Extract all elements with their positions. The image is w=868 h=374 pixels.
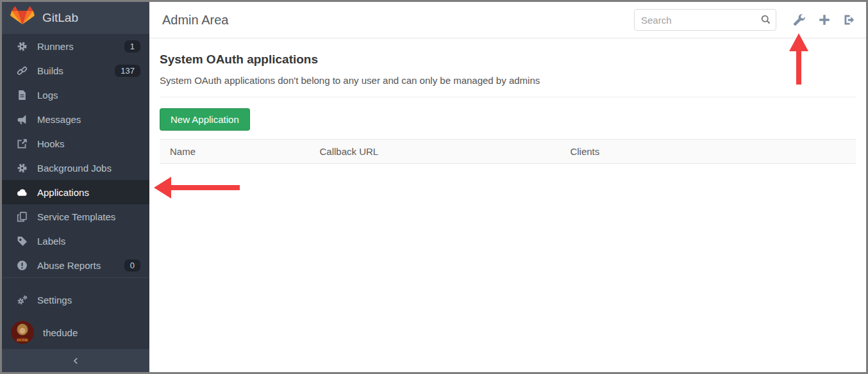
new-application-button[interactable]: New Application (160, 108, 250, 131)
sidebar-item-settings[interactable]: Settings (2, 288, 149, 312)
sidebar-item-background-jobs[interactable]: Background Jobs (2, 156, 149, 180)
sidebar-item-label: Background Jobs (37, 163, 112, 174)
section-description: System OAuth applications don't belong t… (160, 75, 856, 86)
divider (160, 97, 856, 97)
page-title: Admin Area (162, 13, 228, 28)
table-column-header: Callback URL (309, 140, 560, 164)
main-area: Admin Area System OAuth applications Sys… (149, 2, 866, 372)
sidebar-item-badge: 0 (124, 259, 140, 272)
cog-icon (16, 163, 28, 174)
user-menu[interactable]: DUDE thedude (2, 316, 149, 349)
new-item-button[interactable] (818, 13, 831, 26)
sidebar-item-logs[interactable]: Logs (2, 83, 149, 107)
link-icon (16, 65, 28, 76)
sidebar-footer: Settings DUDE thedude (2, 277, 149, 349)
sidebar-item-label: Applications (37, 187, 89, 198)
sidebar-item-hooks[interactable]: Hooks (2, 131, 149, 156)
sidebar-item-runners[interactable]: Runners 1 (2, 34, 149, 58)
header-icons (793, 13, 856, 26)
tag-icon (16, 236, 28, 247)
gitlab-admin-window: { "colors": { "sidebar_bg": "#2e3541", "… (0, 0, 868, 374)
user-name: thedude (43, 327, 78, 338)
cog-icon (16, 41, 28, 52)
sidebar-item-label: Runners (37, 41, 74, 52)
oauth-applications-table: Name Callback URL Clients (160, 139, 856, 164)
content: System OAuth applications System OAuth a… (149, 38, 866, 164)
sidebar-item-service-templates[interactable]: Service Templates (2, 204, 149, 229)
sidebar-item-label: Labels (37, 236, 65, 247)
external-link-icon (16, 138, 28, 149)
search-input[interactable] (634, 9, 776, 31)
sidebar-nav: Runners 1 Builds 137 Logs Messages Hooks… (2, 34, 149, 277)
bullhorn-icon (16, 114, 28, 125)
avatar: DUDE (11, 321, 34, 344)
sidebar-item-builds[interactable]: Builds 137 (2, 58, 149, 83)
sidebar-item-badge: 137 (115, 65, 140, 77)
sign-out-button[interactable] (843, 13, 856, 26)
plus-icon (818, 13, 831, 26)
sign-out-icon (843, 13, 856, 26)
sidebar-item-label: Service Templates (37, 211, 115, 222)
main-header: Admin Area (149, 2, 866, 38)
sidebar-item-label: Settings (37, 295, 72, 305)
sidebar: GitLab Runners 1 Builds 137 Logs Message… (2, 2, 149, 372)
logo-title: GitLab (42, 11, 78, 25)
sidebar-item-label: Messages (37, 114, 81, 125)
sidebar-item-messages[interactable]: Messages (2, 107, 149, 131)
sidebar-collapse-button[interactable] (2, 349, 149, 372)
wrench-icon (793, 13, 806, 26)
table-column-header: Name (160, 140, 309, 164)
sidebar-item-applications[interactable]: Applications (2, 180, 149, 204)
sidebar-item-abuse-reports[interactable]: Abuse Reports 0 (2, 253, 149, 277)
sidebar-item-label: Builds (37, 65, 63, 76)
search-box (634, 9, 776, 31)
sidebar-item-label: Logs (37, 90, 58, 101)
copy-icon (16, 211, 28, 222)
file-icon (16, 90, 28, 101)
table-column-header: Clients (560, 140, 856, 164)
admin-wrench-button[interactable] (793, 13, 806, 26)
sidebar-header[interactable]: GitLab (2, 2, 149, 34)
exclamation-circle-icon (16, 260, 28, 271)
sidebar-item-label: Hooks (37, 138, 65, 149)
cloud-icon (16, 187, 28, 198)
table-header-row: Name Callback URL Clients (160, 140, 856, 164)
svg-text:DUDE: DUDE (17, 338, 28, 342)
chevron-left-icon (71, 356, 81, 366)
sidebar-item-badge: 1 (124, 40, 140, 53)
cogs-icon (16, 295, 28, 305)
sidebar-item-label: Abuse Reports (37, 260, 101, 271)
section-heading: System OAuth applications (160, 53, 856, 67)
gitlab-logo-icon (10, 6, 35, 29)
sidebar-item-labels[interactable]: Labels (2, 229, 149, 253)
